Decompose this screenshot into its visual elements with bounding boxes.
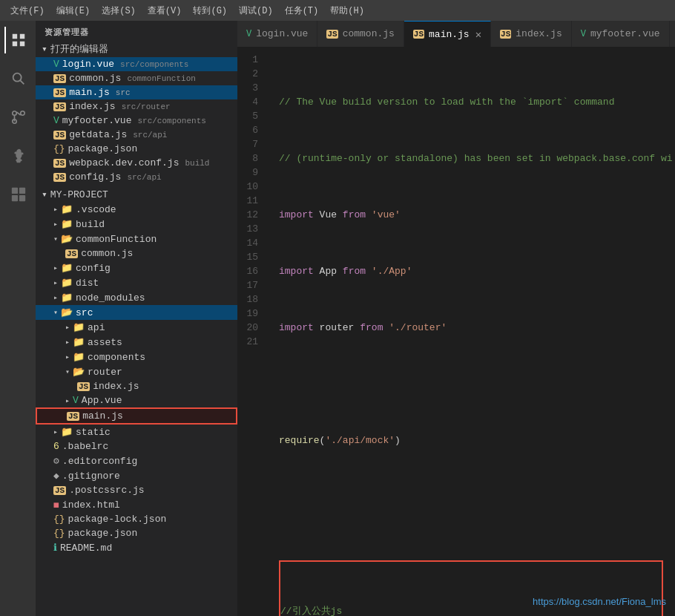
file-gitignore[interactable]: ◆ .gitignore <box>36 468 237 483</box>
js-file-icon: JS <box>53 74 66 83</box>
folder-arrow-router: ▾ <box>65 367 70 376</box>
gitignore-icon: ◆ <box>53 470 59 482</box>
open-editors-arrow: ▾ <box>42 43 47 55</box>
activity-bar <box>0 21 36 616</box>
editorconfig-icon: ⚙ <box>53 455 59 467</box>
file-editorconfig[interactable]: ⚙ .editorconfig <box>36 453 237 468</box>
open-file-webpack[interactable]: JS webpack.dev.conf.js build <box>36 156 237 170</box>
open-editors-label: 打开的编辑器 <box>50 42 108 56</box>
file-package-lock[interactable]: {} package-lock.json <box>36 512 237 526</box>
file-babelrc-label: .babelrc <box>62 441 108 452</box>
code-line-8 <box>279 490 675 504</box>
tab-main-label: main.js <box>429 29 470 40</box>
tab-main-close[interactable]: ✕ <box>475 28 481 41</box>
code-area[interactable]: 12345 678910 1112131415 1617181920 21 //… <box>237 47 675 616</box>
explorer-activity-icon[interactable] <box>4 27 31 53</box>
folder-api[interactable]: ▸ 📁 api <box>36 320 237 335</box>
open-file-index[interactable]: JS index.js src/router <box>36 99 237 114</box>
menu-goto[interactable]: 转到(G) <box>188 3 231 19</box>
open-file-login[interactable]: V login.vue src/components <box>36 57 237 71</box>
tab-common-label: common.js <box>343 28 395 39</box>
json-package-icon: {} <box>53 143 65 154</box>
file-commonjs-label: common.js <box>81 248 133 259</box>
menu-file[interactable]: 文件(F) <box>6 3 49 19</box>
folder-router-icon: 📂 <box>73 366 85 378</box>
menu-select[interactable]: 选择(S) <box>97 3 140 19</box>
search-activity-icon[interactable] <box>4 65 31 92</box>
tab-myfooter[interactable]: V myfooter.vue <box>572 21 670 47</box>
watermark: https://blog.csdn.net/Fiona_lms <box>533 596 666 607</box>
source-control-activity-icon[interactable] <box>4 104 31 131</box>
tab-main[interactable]: JS main.js ✕ <box>404 21 491 47</box>
folder-cf-label: commonFunction <box>76 234 157 245</box>
folder-config[interactable]: ▸ 📁 config <box>36 261 237 275</box>
folder-assets[interactable]: ▸ 📁 assets <box>36 335 237 350</box>
tab-index[interactable]: JS index.js <box>491 21 572 47</box>
folder-config-label: config <box>76 263 111 274</box>
folder-build[interactable]: ▸ 📁 build <box>36 217 237 232</box>
folder-cf-icon: 📂 <box>61 233 73 245</box>
file-mainjs[interactable]: JS main.js <box>36 407 237 425</box>
file-appvue-label: App.vue <box>82 395 122 406</box>
file-babelrc[interactable]: 6 .babelrc <box>36 439 237 453</box>
extensions-activity-icon[interactable] <box>4 181 31 208</box>
open-editors-section[interactable]: ▾ 打开的编辑器 <box>36 41 237 57</box>
folder-components[interactable]: ▸ 📁 components <box>36 350 237 364</box>
js-main-icon: JS <box>53 88 66 97</box>
file-postcssrc[interactable]: JS .postcssrc.js <box>36 483 237 497</box>
open-file-main[interactable]: JS main.js src <box>36 85 237 99</box>
open-file-myfooter[interactable]: V myfooter.vue src/components <box>36 114 237 128</box>
folder-nm-icon: 📁 <box>61 292 73 304</box>
vue-app-arrow: ▸ <box>65 396 70 405</box>
svg-rect-6 <box>19 188 25 194</box>
folder-arrow-api: ▸ <box>65 323 70 332</box>
menu-debug[interactable]: 调试(D) <box>234 3 277 19</box>
folder-dist[interactable]: ▸ 📁 dist <box>36 275 237 290</box>
file-indexhtml[interactable]: ◼ index.html <box>36 497 237 512</box>
folder-arrow-build: ▸ <box>53 220 58 229</box>
project-section[interactable]: ▾ MY-PROJECT <box>36 187 237 202</box>
folder-nodemodules[interactable]: ▸ 📁 node_modules <box>36 290 237 305</box>
open-file-common[interactable]: JS common.js commonFunction <box>36 71 237 85</box>
js-common-icon: JS <box>65 249 78 258</box>
file-indexjs-router[interactable]: JS index.js <box>36 379 237 393</box>
folder-arrow-vscode: ▸ <box>53 205 58 214</box>
tab-footer-icon: V <box>581 29 586 39</box>
folder-router[interactable]: ▾ 📂 router <box>36 364 237 379</box>
svg-line-1 <box>20 80 24 84</box>
menu-help[interactable]: 帮助(H) <box>326 3 369 19</box>
code-line-5: import router from './router' <box>279 321 675 335</box>
open-file-getdata-label: getdata.js <box>69 129 127 140</box>
project-arrow: ▾ <box>42 189 47 200</box>
open-file-getdata[interactable]: JS getdata.js src/api <box>36 128 237 142</box>
tab-login[interactable]: V login.vue <box>237 21 317 47</box>
file-readme[interactable]: ℹ README.md <box>36 540 237 555</box>
tab-common[interactable]: JS common.js <box>317 21 404 47</box>
debug-activity-icon[interactable] <box>4 142 31 169</box>
file-packagejson[interactable]: {} package.json <box>36 526 237 540</box>
svg-rect-5 <box>12 188 18 194</box>
html-icon: ◼ <box>53 499 59 511</box>
editor-area: V login.vue JS common.js JS main.js ✕ JS… <box>237 21 675 616</box>
file-readme-label: README.md <box>60 543 112 554</box>
file-indexhtml-label: index.html <box>62 499 120 511</box>
code-line-3: import Vue from 'vue' <box>279 208 675 222</box>
vue-file-icon: V <box>53 59 59 70</box>
folder-commonfunction[interactable]: ▾ 📂 commonFunction <box>36 232 237 246</box>
folder-src[interactable]: ▾ 📂 src <box>36 305 237 320</box>
folder-arrow-assets: ▸ <box>65 338 70 347</box>
open-file-config[interactable]: JS config.js src/api <box>36 170 237 184</box>
menu-edit[interactable]: 编辑(E) <box>52 3 95 19</box>
folder-dist-icon: 📁 <box>61 277 73 289</box>
code-content[interactable]: // The Vue build version to load with th… <box>267 47 675 616</box>
file-editorconfig-label: .editorconfig <box>62 456 137 467</box>
file-commonjs[interactable]: JS common.js <box>36 246 237 261</box>
open-file-package[interactable]: {} package.json <box>36 142 237 156</box>
vue-footer-icon: V <box>53 115 59 126</box>
menu-task[interactable]: 任务(T) <box>280 3 323 19</box>
menu-view[interactable]: 查看(V) <box>143 3 186 19</box>
folder-vscode[interactable]: ▸ 📁 .vscode <box>36 202 237 217</box>
open-file-webpack-label: webpack.dev.conf.js <box>69 157 179 168</box>
file-appvue[interactable]: ▸ V App.vue <box>36 393 237 407</box>
folder-static[interactable]: ▸ 📁 static <box>36 425 237 439</box>
